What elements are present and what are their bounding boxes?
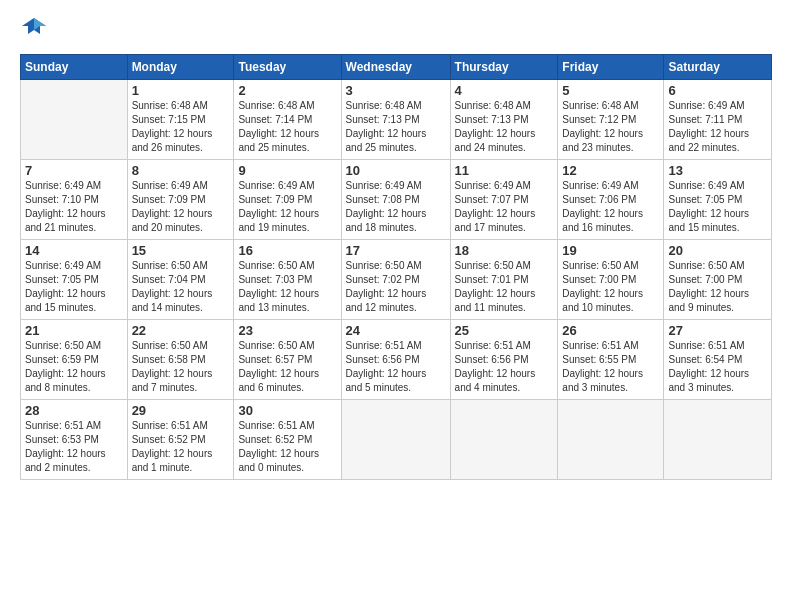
calendar-cell: 12Sunrise: 6:49 AM Sunset: 7:06 PM Dayli… bbox=[558, 160, 664, 240]
calendar-cell bbox=[450, 400, 558, 480]
day-number: 13 bbox=[668, 163, 767, 178]
calendar-cell: 7Sunrise: 6:49 AM Sunset: 7:10 PM Daylig… bbox=[21, 160, 128, 240]
day-info: Sunrise: 6:51 AM Sunset: 6:55 PM Dayligh… bbox=[562, 339, 659, 395]
week-row-3: 14Sunrise: 6:49 AM Sunset: 7:05 PM Dayli… bbox=[21, 240, 772, 320]
calendar-cell: 14Sunrise: 6:49 AM Sunset: 7:05 PM Dayli… bbox=[21, 240, 128, 320]
day-info: Sunrise: 6:50 AM Sunset: 7:04 PM Dayligh… bbox=[132, 259, 230, 315]
calendar-cell: 23Sunrise: 6:50 AM Sunset: 6:57 PM Dayli… bbox=[234, 320, 341, 400]
day-info: Sunrise: 6:49 AM Sunset: 7:09 PM Dayligh… bbox=[132, 179, 230, 235]
day-info: Sunrise: 6:49 AM Sunset: 7:05 PM Dayligh… bbox=[25, 259, 123, 315]
day-info: Sunrise: 6:48 AM Sunset: 7:12 PM Dayligh… bbox=[562, 99, 659, 155]
calendar-cell: 11Sunrise: 6:49 AM Sunset: 7:07 PM Dayli… bbox=[450, 160, 558, 240]
calendar-cell: 8Sunrise: 6:49 AM Sunset: 7:09 PM Daylig… bbox=[127, 160, 234, 240]
day-number: 7 bbox=[25, 163, 123, 178]
week-row-1: 1Sunrise: 6:48 AM Sunset: 7:15 PM Daylig… bbox=[21, 80, 772, 160]
calendar-cell: 3Sunrise: 6:48 AM Sunset: 7:13 PM Daylig… bbox=[341, 80, 450, 160]
calendar-cell: 9Sunrise: 6:49 AM Sunset: 7:09 PM Daylig… bbox=[234, 160, 341, 240]
day-number: 9 bbox=[238, 163, 336, 178]
day-info: Sunrise: 6:49 AM Sunset: 7:07 PM Dayligh… bbox=[455, 179, 554, 235]
calendar-cell bbox=[341, 400, 450, 480]
day-info: Sunrise: 6:50 AM Sunset: 7:00 PM Dayligh… bbox=[562, 259, 659, 315]
col-header-friday: Friday bbox=[558, 55, 664, 80]
calendar-cell: 25Sunrise: 6:51 AM Sunset: 6:56 PM Dayli… bbox=[450, 320, 558, 400]
day-number: 4 bbox=[455, 83, 554, 98]
col-header-thursday: Thursday bbox=[450, 55, 558, 80]
day-number: 21 bbox=[25, 323, 123, 338]
day-info: Sunrise: 6:48 AM Sunset: 7:13 PM Dayligh… bbox=[346, 99, 446, 155]
day-number: 19 bbox=[562, 243, 659, 258]
header bbox=[20, 16, 772, 44]
calendar-cell: 27Sunrise: 6:51 AM Sunset: 6:54 PM Dayli… bbox=[664, 320, 772, 400]
calendar-cell bbox=[558, 400, 664, 480]
calendar-cell: 18Sunrise: 6:50 AM Sunset: 7:01 PM Dayli… bbox=[450, 240, 558, 320]
col-header-saturday: Saturday bbox=[664, 55, 772, 80]
calendar-cell: 26Sunrise: 6:51 AM Sunset: 6:55 PM Dayli… bbox=[558, 320, 664, 400]
day-info: Sunrise: 6:48 AM Sunset: 7:15 PM Dayligh… bbox=[132, 99, 230, 155]
day-number: 16 bbox=[238, 243, 336, 258]
day-info: Sunrise: 6:51 AM Sunset: 6:53 PM Dayligh… bbox=[25, 419, 123, 475]
day-info: Sunrise: 6:49 AM Sunset: 7:05 PM Dayligh… bbox=[668, 179, 767, 235]
day-number: 15 bbox=[132, 243, 230, 258]
calendar-cell bbox=[21, 80, 128, 160]
day-number: 30 bbox=[238, 403, 336, 418]
calendar-cell: 30Sunrise: 6:51 AM Sunset: 6:52 PM Dayli… bbox=[234, 400, 341, 480]
day-info: Sunrise: 6:48 AM Sunset: 7:14 PM Dayligh… bbox=[238, 99, 336, 155]
calendar-cell: 1Sunrise: 6:48 AM Sunset: 7:15 PM Daylig… bbox=[127, 80, 234, 160]
day-number: 18 bbox=[455, 243, 554, 258]
day-info: Sunrise: 6:51 AM Sunset: 6:54 PM Dayligh… bbox=[668, 339, 767, 395]
day-number: 10 bbox=[346, 163, 446, 178]
day-number: 3 bbox=[346, 83, 446, 98]
day-number: 14 bbox=[25, 243, 123, 258]
day-number: 12 bbox=[562, 163, 659, 178]
week-row-4: 21Sunrise: 6:50 AM Sunset: 6:59 PM Dayli… bbox=[21, 320, 772, 400]
day-number: 22 bbox=[132, 323, 230, 338]
calendar-cell: 13Sunrise: 6:49 AM Sunset: 7:05 PM Dayli… bbox=[664, 160, 772, 240]
page: SundayMondayTuesdayWednesdayThursdayFrid… bbox=[0, 0, 792, 612]
col-header-tuesday: Tuesday bbox=[234, 55, 341, 80]
day-info: Sunrise: 6:51 AM Sunset: 6:52 PM Dayligh… bbox=[238, 419, 336, 475]
day-info: Sunrise: 6:49 AM Sunset: 7:09 PM Dayligh… bbox=[238, 179, 336, 235]
calendar-cell: 29Sunrise: 6:51 AM Sunset: 6:52 PM Dayli… bbox=[127, 400, 234, 480]
day-info: Sunrise: 6:51 AM Sunset: 6:56 PM Dayligh… bbox=[346, 339, 446, 395]
calendar-cell: 20Sunrise: 6:50 AM Sunset: 7:00 PM Dayli… bbox=[664, 240, 772, 320]
day-number: 5 bbox=[562, 83, 659, 98]
day-number: 2 bbox=[238, 83, 336, 98]
day-number: 27 bbox=[668, 323, 767, 338]
calendar-cell: 10Sunrise: 6:49 AM Sunset: 7:08 PM Dayli… bbox=[341, 160, 450, 240]
day-number: 24 bbox=[346, 323, 446, 338]
day-number: 8 bbox=[132, 163, 230, 178]
day-info: Sunrise: 6:50 AM Sunset: 7:01 PM Dayligh… bbox=[455, 259, 554, 315]
calendar-cell: 28Sunrise: 6:51 AM Sunset: 6:53 PM Dayli… bbox=[21, 400, 128, 480]
col-header-wednesday: Wednesday bbox=[341, 55, 450, 80]
logo bbox=[20, 16, 52, 44]
day-info: Sunrise: 6:49 AM Sunset: 7:06 PM Dayligh… bbox=[562, 179, 659, 235]
calendar-cell: 4Sunrise: 6:48 AM Sunset: 7:13 PM Daylig… bbox=[450, 80, 558, 160]
day-info: Sunrise: 6:48 AM Sunset: 7:13 PM Dayligh… bbox=[455, 99, 554, 155]
day-number: 20 bbox=[668, 243, 767, 258]
calendar-header-row: SundayMondayTuesdayWednesdayThursdayFrid… bbox=[21, 55, 772, 80]
calendar-cell: 5Sunrise: 6:48 AM Sunset: 7:12 PM Daylig… bbox=[558, 80, 664, 160]
day-info: Sunrise: 6:50 AM Sunset: 6:57 PM Dayligh… bbox=[238, 339, 336, 395]
day-info: Sunrise: 6:49 AM Sunset: 7:08 PM Dayligh… bbox=[346, 179, 446, 235]
calendar-table: SundayMondayTuesdayWednesdayThursdayFrid… bbox=[20, 54, 772, 480]
calendar-cell: 19Sunrise: 6:50 AM Sunset: 7:00 PM Dayli… bbox=[558, 240, 664, 320]
day-number: 26 bbox=[562, 323, 659, 338]
day-number: 17 bbox=[346, 243, 446, 258]
calendar-cell: 6Sunrise: 6:49 AM Sunset: 7:11 PM Daylig… bbox=[664, 80, 772, 160]
calendar-cell: 24Sunrise: 6:51 AM Sunset: 6:56 PM Dayli… bbox=[341, 320, 450, 400]
day-info: Sunrise: 6:50 AM Sunset: 7:00 PM Dayligh… bbox=[668, 259, 767, 315]
calendar-cell: 2Sunrise: 6:48 AM Sunset: 7:14 PM Daylig… bbox=[234, 80, 341, 160]
calendar-cell: 15Sunrise: 6:50 AM Sunset: 7:04 PM Dayli… bbox=[127, 240, 234, 320]
day-number: 1 bbox=[132, 83, 230, 98]
week-row-2: 7Sunrise: 6:49 AM Sunset: 7:10 PM Daylig… bbox=[21, 160, 772, 240]
calendar-cell: 16Sunrise: 6:50 AM Sunset: 7:03 PM Dayli… bbox=[234, 240, 341, 320]
day-number: 23 bbox=[238, 323, 336, 338]
calendar-cell: 17Sunrise: 6:50 AM Sunset: 7:02 PM Dayli… bbox=[341, 240, 450, 320]
day-info: Sunrise: 6:50 AM Sunset: 6:59 PM Dayligh… bbox=[25, 339, 123, 395]
day-info: Sunrise: 6:49 AM Sunset: 7:10 PM Dayligh… bbox=[25, 179, 123, 235]
day-info: Sunrise: 6:51 AM Sunset: 6:56 PM Dayligh… bbox=[455, 339, 554, 395]
col-header-sunday: Sunday bbox=[21, 55, 128, 80]
col-header-monday: Monday bbox=[127, 55, 234, 80]
day-number: 6 bbox=[668, 83, 767, 98]
calendar-cell: 22Sunrise: 6:50 AM Sunset: 6:58 PM Dayli… bbox=[127, 320, 234, 400]
